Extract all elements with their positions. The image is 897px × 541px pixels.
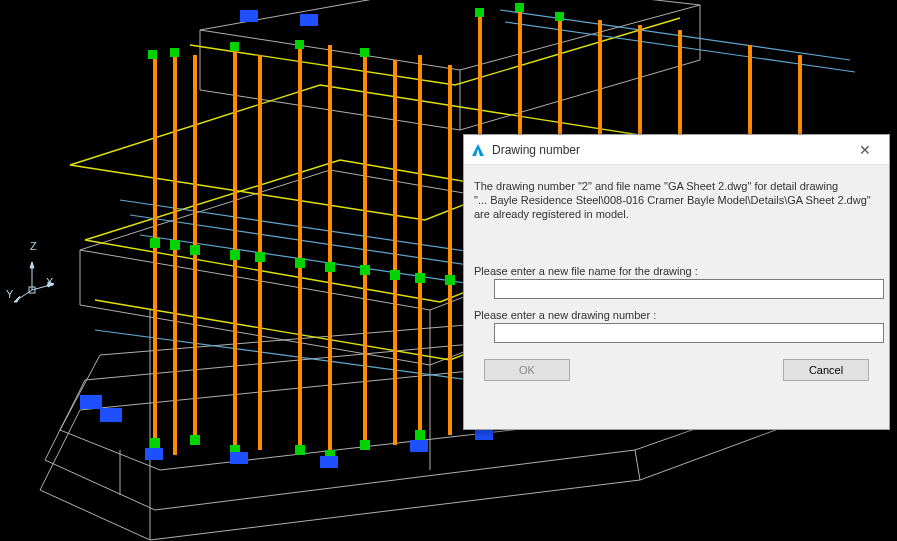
svg-rect-2: [190, 245, 200, 255]
axis-z-label: Z: [30, 240, 37, 252]
svg-rect-10: [445, 275, 455, 285]
cancel-button[interactable]: Cancel: [783, 359, 869, 381]
svg-rect-32: [145, 448, 163, 460]
axis-x-label: X: [46, 276, 53, 288]
dialog-title: Drawing number: [492, 143, 847, 157]
svg-rect-3: [230, 250, 240, 260]
filename-input[interactable]: [494, 279, 884, 299]
svg-rect-25: [415, 430, 425, 440]
svg-rect-4: [255, 252, 265, 262]
svg-rect-14: [295, 40, 304, 49]
drawing-number-input[interactable]: [494, 323, 884, 343]
dialog-titlebar[interactable]: Drawing number ✕: [464, 135, 889, 165]
ok-button[interactable]: OK: [484, 359, 570, 381]
drawing-number-dialog: Drawing number ✕ The drawing number "2" …: [463, 134, 890, 430]
svg-marker-45: [30, 262, 34, 268]
svg-rect-9: [415, 273, 425, 283]
svg-rect-22: [295, 445, 305, 455]
svg-rect-15: [360, 48, 369, 57]
svg-rect-34: [320, 456, 338, 468]
svg-rect-16: [475, 8, 484, 17]
svg-rect-40: [240, 10, 258, 22]
drawing-number-label: Please enter a new drawing number :: [474, 309, 879, 321]
svg-rect-24: [360, 440, 370, 450]
svg-rect-0: [150, 238, 160, 248]
svg-rect-19: [150, 438, 160, 448]
svg-rect-13: [230, 42, 239, 51]
svg-rect-5: [295, 258, 305, 268]
autodesk-icon: [470, 142, 486, 158]
svg-rect-12: [170, 48, 179, 57]
svg-rect-17: [515, 3, 524, 12]
svg-rect-6: [325, 262, 335, 272]
svg-rect-1: [170, 240, 180, 250]
svg-rect-8: [390, 270, 400, 280]
svg-rect-35: [410, 440, 428, 452]
svg-rect-18: [555, 12, 564, 21]
svg-rect-7: [360, 265, 370, 275]
svg-rect-11: [148, 50, 157, 59]
svg-rect-20: [190, 435, 200, 445]
ucs-axis-indicator: Z Y X: [10, 260, 60, 312]
svg-rect-30: [80, 395, 102, 409]
svg-rect-31: [100, 408, 122, 422]
dialog-message: The drawing number "2" and file name "GA…: [474, 179, 879, 221]
svg-rect-41: [300, 14, 318, 26]
filename-label: Please enter a new file name for the dra…: [474, 265, 879, 277]
svg-rect-33: [230, 452, 248, 464]
axis-y-label: Y: [6, 288, 13, 300]
close-icon[interactable]: ✕: [847, 139, 883, 161]
